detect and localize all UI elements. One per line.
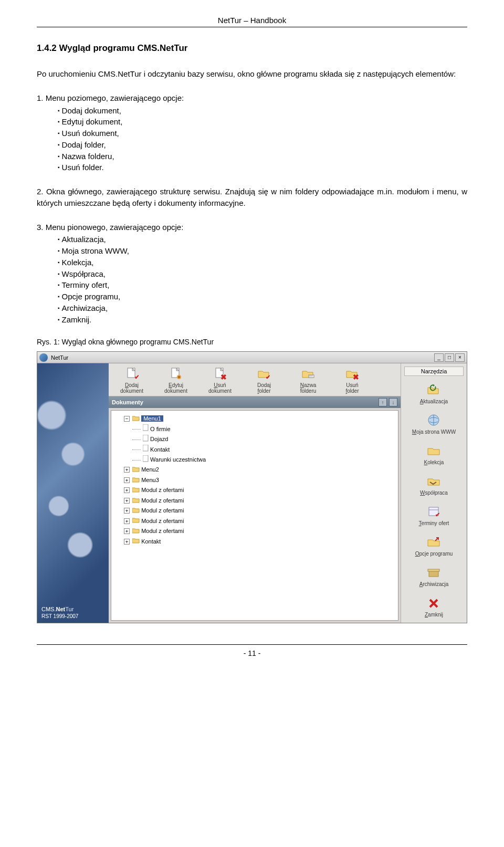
folder-open-icon (132, 414, 140, 424)
close-icon (426, 595, 442, 610)
svg-text:✔: ✔ (435, 511, 440, 518)
list-item: Terminy ofert, (58, 279, 467, 291)
globe-icon (426, 413, 442, 427)
handshake-icon (426, 474, 442, 488)
svg-rect-12 (143, 435, 148, 441)
tree-node[interactable]: + Menu3 (114, 475, 395, 485)
document-add-icon: ✔ (124, 367, 139, 381)
intro-paragraph: Po uruchomieniu CMS.NetTur i odczytaniu … (37, 68, 467, 80)
tree-label-selected: Menu1 (141, 415, 163, 422)
page-number: - 11 - (37, 649, 467, 657)
folder-icon (426, 443, 442, 458)
toolbar-edit-document[interactable]: Edytujdokument (155, 367, 197, 394)
keyboard-image (37, 363, 109, 623)
window-title: NetTur (51, 354, 68, 361)
expand-icon[interactable]: + (124, 467, 130, 473)
section-heading: 1.4.2 Wygląd programu CMS.NetTur (37, 43, 467, 54)
list-item: Dodaj folder, (58, 139, 467, 151)
sidebar-refresh-button[interactable]: Aktualizacja (401, 379, 467, 410)
refresh-icon (426, 382, 442, 397)
maximize-button[interactable]: □ (445, 353, 454, 362)
panel-title: Dokumenty (112, 399, 143, 405)
tree-node-child[interactable]: O firmie (114, 424, 395, 434)
toolbar-label: Edytujdokument (164, 382, 187, 394)
right-rail: Narzędzia Aktualizacja Moja strona WWW K… (401, 363, 467, 623)
folder-icon (132, 486, 140, 496)
list1: Dodaj dokument, Edytuj dokument, Usuń do… (58, 105, 467, 174)
toolbar-label: Usuńfolder (345, 382, 359, 394)
expand-icon[interactable]: + (124, 539, 130, 545)
collapse-icon[interactable]: − (124, 416, 130, 422)
folder-icon (132, 506, 140, 516)
svg-rect-11 (143, 424, 148, 431)
expand-icon[interactable]: + (124, 528, 130, 534)
tree-node[interactable]: + Modul z ofertami (114, 496, 395, 506)
toolbar-add-folder[interactable]: ✔ Dodajfolder (243, 367, 285, 394)
document-delete-icon: ✖ (213, 367, 227, 381)
toolbar-delete-document[interactable]: ✖ Usuńdokument (199, 367, 241, 394)
sidebar-cooperation-button[interactable]: Współpraca (401, 470, 467, 501)
app-window: NetTur _ □ × CMS.NetTur RST 1999-2007 (37, 351, 467, 623)
sidebar-label: Terminy ofert (419, 520, 449, 526)
footer-year: RST 1999-2007 (41, 613, 104, 620)
expand-icon[interactable]: + (124, 508, 130, 514)
toolbar-delete-folder[interactable]: ✖ Usuńfolder (331, 367, 373, 394)
list-item: Archiwizacja, (58, 302, 467, 314)
titlebar: NetTur _ □ × (37, 352, 467, 363)
tree-node[interactable]: + Menu2 (114, 465, 395, 475)
sidebar-label: Moja strona WWW (412, 429, 456, 435)
tree-node[interactable]: + Kontakt (114, 537, 395, 547)
toolbar: ✔ Dodajdokument Edytujdokument ✖ Usuńdok… (109, 363, 401, 396)
tree-area[interactable]: − Menu1 O firmie Dojazd Kontakt Warunki … (111, 410, 398, 621)
folder-delete-icon: ✖ (345, 367, 360, 381)
sidebar-close-button[interactable]: Zamknij (401, 592, 467, 623)
svg-text:✔: ✔ (134, 373, 139, 381)
panel-header: Dokumenty ↑ ↓ (109, 396, 401, 408)
sidebar-terms-button[interactable]: ✔ Terminy ofert (401, 501, 467, 531)
list3-intro: 3. Menu pionowego, zawierającego opcje: (37, 222, 467, 233)
expand-icon[interactable]: + (124, 477, 130, 483)
sidebar-collection-button[interactable]: Kolekcja (401, 440, 467, 470)
tree-node-child[interactable]: Warunki uczestnictwa (114, 455, 395, 465)
expand-icon[interactable]: + (124, 498, 130, 504)
list-item: Opcje programu, (58, 291, 467, 302)
tree-node-root[interactable]: − Menu1 (114, 414, 395, 424)
minimize-button[interactable]: _ (434, 353, 444, 362)
toolbar-rename-folder[interactable]: Nazwafolderu (287, 367, 329, 394)
document-icon (143, 424, 149, 434)
sidebar-options-button[interactable]: Opcje programu (401, 531, 467, 562)
document-icon (143, 445, 149, 455)
folder-icon (132, 496, 140, 506)
document-edit-icon (169, 367, 183, 381)
folder-icon (132, 527, 140, 537)
header-rule (37, 27, 467, 27)
tree-node[interactable]: + Modul z ofertami (114, 526, 395, 536)
sidebar-label: Współpraca (420, 490, 448, 496)
svg-text:✔: ✔ (266, 374, 270, 380)
list-item: Nazwa folderu, (58, 151, 467, 162)
list-item: Moja strona WWW, (58, 245, 467, 257)
sidebar-website-button[interactable]: Moja strona WWW (401, 410, 467, 440)
list-item: Edytuj dokument, (58, 116, 467, 128)
footer-rule (37, 644, 467, 645)
sidebar-label: Zamknij (425, 612, 443, 618)
document-icon (143, 435, 149, 445)
list-item: Usuń dokument, (58, 128, 467, 139)
tree-node[interactable]: + Modul z ofertami (114, 485, 395, 495)
tree-node-child[interactable]: Kontakt (114, 445, 395, 455)
left-rail: CMS.NetTur RST 1999-2007 (37, 363, 109, 623)
folder-icon (132, 465, 140, 475)
expand-icon[interactable]: + (124, 487, 130, 493)
settings-icon (426, 535, 442, 549)
tree-node[interactable]: + Modul z ofertami (114, 506, 395, 516)
arrow-down-button[interactable]: ↓ (389, 398, 397, 406)
toolbar-add-document[interactable]: ✔ Dodajdokument (111, 367, 153, 394)
tree-node-child[interactable]: Dojazd (114, 434, 395, 444)
expand-icon[interactable]: + (124, 518, 130, 524)
svg-rect-4 (178, 376, 180, 378)
folder-icon (132, 537, 140, 547)
tree-node[interactable]: + Modul z ofertami (114, 516, 395, 526)
sidebar-archive-button[interactable]: Archiwizacja (401, 562, 467, 592)
arrow-up-button[interactable]: ↑ (379, 398, 387, 406)
close-button[interactable]: × (455, 353, 465, 362)
